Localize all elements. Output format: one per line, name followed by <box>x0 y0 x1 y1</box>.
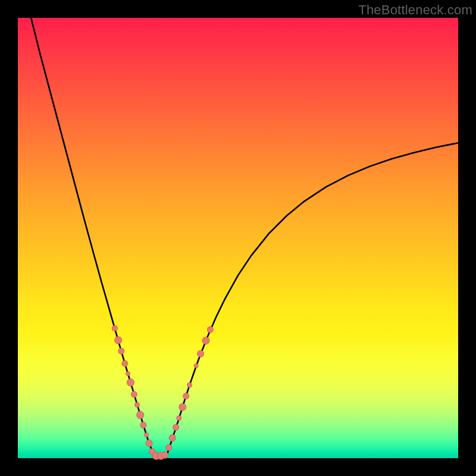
data-marker <box>137 411 144 418</box>
data-marker <box>112 325 117 331</box>
data-marker <box>127 379 134 386</box>
data-marker <box>194 364 198 368</box>
data-marker <box>177 416 181 421</box>
data-marker <box>183 393 189 399</box>
data-marker <box>173 424 179 430</box>
data-marker <box>145 433 149 437</box>
data-marker <box>207 327 213 333</box>
series-left-branch <box>31 18 154 457</box>
data-marker <box>202 337 209 344</box>
data-marker <box>135 402 140 407</box>
data-marker <box>166 444 172 450</box>
data-marker <box>131 392 137 397</box>
watermark-text: TheBottleneck.com <box>358 2 472 18</box>
data-marker <box>146 440 152 446</box>
series-markers <box>112 325 213 459</box>
data-marker <box>140 422 146 428</box>
data-marker <box>179 403 186 411</box>
data-marker <box>118 348 124 354</box>
series-right-branch <box>166 143 458 457</box>
data-marker <box>169 434 176 441</box>
plot-area <box>18 18 458 458</box>
chart-svg <box>18 18 458 458</box>
chart-frame: TheBottleneck.com <box>0 0 476 476</box>
data-marker <box>162 452 168 458</box>
data-marker <box>187 383 192 387</box>
data-marker <box>198 350 204 357</box>
data-marker <box>115 337 122 344</box>
data-marker <box>126 371 130 375</box>
data-marker <box>122 361 128 367</box>
